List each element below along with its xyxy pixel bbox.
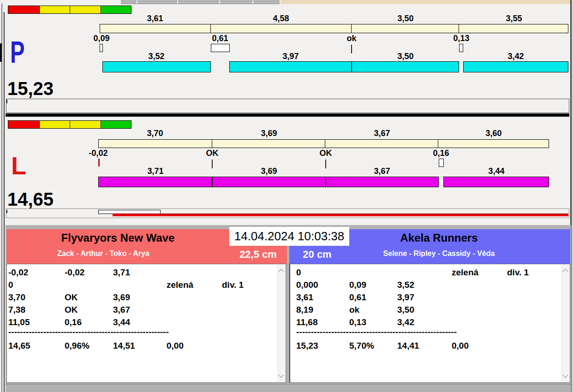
team-red-title: Flyvaryors New Wave: [6, 232, 229, 244]
exchange-loss-label: 0,61: [212, 34, 228, 43]
p-track-tick: [6, 100, 7, 103]
table-cell: 8,19: [296, 303, 313, 316]
reference-bar-segment: [100, 24, 211, 33]
reference-bar-segment: [212, 140, 325, 148]
reference-bar-segment: [459, 24, 568, 33]
table-separator: ----------------------------------------…: [8, 326, 169, 338]
table-total-cell: 15,23: [296, 339, 318, 352]
exchange-loss-box: [459, 44, 463, 52]
run-bar-segment: [352, 61, 459, 72]
run-bar-segment: [326, 177, 439, 187]
status-indicator-segment: [8, 121, 40, 128]
reference-split-label: 3,67: [374, 129, 390, 138]
table-total-cell: 0,96%: [65, 339, 90, 352]
table-total-cell: 14,65: [8, 339, 30, 352]
run-split-label: 3,71: [147, 166, 163, 176]
scrollbar-left[interactable]: [277, 265, 285, 382]
panel-divider: [6, 113, 569, 117]
table-cell: OK: [65, 291, 78, 303]
reference-split-label: 3,70: [147, 129, 163, 138]
scrollbar-right[interactable]: [561, 265, 569, 382]
table-cell: zelená: [452, 266, 478, 279]
lane-letter: L: [11, 153, 26, 178]
scroll-down-icon[interactable]: [278, 372, 284, 378]
exchange-loss-box: [211, 44, 230, 52]
table-cell: -0,02: [65, 266, 84, 279]
exchange-negative-label: -0,02: [89, 148, 107, 158]
team-red-results-table[interactable]: -0,02-0,023,710zelenádiv. 13,70OK3,697,3…: [6, 264, 286, 383]
footer-section: Flyvaryors New Wave Zack - Arthur - Toko…: [6, 225, 571, 392]
exchange-negative-tick: [98, 159, 100, 166]
p-track-outline: [6, 99, 569, 113]
scroll-up-icon[interactable]: [562, 268, 568, 274]
reference-split-label: 4,58: [273, 14, 289, 24]
table-cell: 3,61: [296, 291, 313, 303]
reference-split-label: 3,69: [261, 129, 277, 138]
table-total-cell: 14,51: [113, 339, 135, 352]
datetime-label: 14.04.2024 10:03:38: [234, 229, 345, 244]
exchange-ok-tick: [325, 160, 326, 168]
reference-bar: [98, 139, 549, 148]
table-total-cell: 14,41: [397, 339, 419, 352]
table-cell: 3,50: [397, 303, 414, 316]
lane-letter: P: [10, 37, 25, 67]
run-split-label: 3,42: [507, 52, 524, 61]
scroll-up-icon[interactable]: [278, 268, 284, 274]
team-blue-badge: 20 cm: [291, 249, 344, 261]
status-indicator-bar: [8, 6, 131, 14]
team-blue-members: Selene - Ripley - Cassidy - Véda: [308, 249, 570, 258]
status-indicator-segment: [70, 6, 101, 13]
status-indicator-segment: [8, 6, 40, 13]
app-window: P15,233,614,583,503,550,093,520,613,97ok…: [0, 0, 573, 392]
lane-total-time: 15,23: [7, 79, 54, 98]
footer-bottom-line: [6, 384, 571, 385]
status-indicator-bar: [8, 120, 131, 129]
l-track-tick: [6, 210, 7, 213]
table-cell: 0: [8, 279, 13, 291]
reference-bar-segment: [352, 24, 459, 33]
run-bar-segment: [98, 177, 212, 187]
table-cell: ok: [349, 303, 359, 316]
exchange-ok-label: OK: [320, 148, 332, 158]
table-cell: OK: [65, 303, 78, 316]
table-cell: 3,69: [113, 291, 130, 303]
exchange-loss-box: [100, 44, 103, 52]
run-split-label: 3,50: [397, 52, 413, 61]
table-cell: 0,000: [296, 279, 318, 291]
scroll-down-icon[interactable]: [562, 372, 568, 378]
exchange-loss-box: [439, 159, 444, 167]
table-cell: 3,52: [397, 279, 414, 291]
reference-bar-segment: [211, 24, 352, 33]
table-separator: ----------------------------------------…: [296, 326, 457, 338]
table-total-cell: 0,00: [167, 339, 184, 352]
run-bar-segment: [102, 61, 211, 72]
status-indicator-segment: [101, 6, 131, 13]
team-red-members: Zack - Arthur - Toko - Arya: [6, 249, 200, 258]
exchange-loss-label: 0,13: [453, 34, 469, 43]
table-cell: 7,38: [8, 303, 25, 316]
run-bar-segment: [229, 61, 352, 72]
table-cell: 0,61: [349, 291, 366, 303]
reference-split-label: 3,50: [397, 14, 413, 24]
status-indicator-segment: [40, 121, 70, 128]
status-indicator-segment: [70, 121, 101, 128]
table-cell: 3,70: [8, 291, 25, 303]
lane-total-time: 14,65: [7, 190, 54, 208]
table-cell: -0,02: [8, 266, 28, 279]
status-indicator-segment: [101, 121, 131, 128]
table-cell: div. 1: [507, 266, 529, 279]
exchange-loss-label: 0,16: [433, 148, 449, 158]
run-bar-segment: [443, 177, 549, 187]
run-split-label: 3,69: [261, 166, 277, 176]
l-track-red-bar: [113, 214, 568, 216]
table-cell: 3,71: [113, 266, 130, 279]
team-blue-results-table[interactable]: 0zelenádiv. 10,0000,093,523,610,613,978,…: [289, 264, 570, 383]
exchange-ok-tick: [351, 45, 352, 53]
table-cell: div. 1: [222, 279, 244, 291]
reference-split-label: 3,60: [485, 129, 501, 138]
exchange-ok-tick: [212, 160, 213, 168]
table-total-cell: 5,70%: [349, 339, 374, 352]
run-split-label: 3,97: [282, 52, 298, 61]
status-indicator-segment: [40, 6, 70, 13]
datetime-box: 14.04.2024 10:03:38: [229, 227, 349, 246]
